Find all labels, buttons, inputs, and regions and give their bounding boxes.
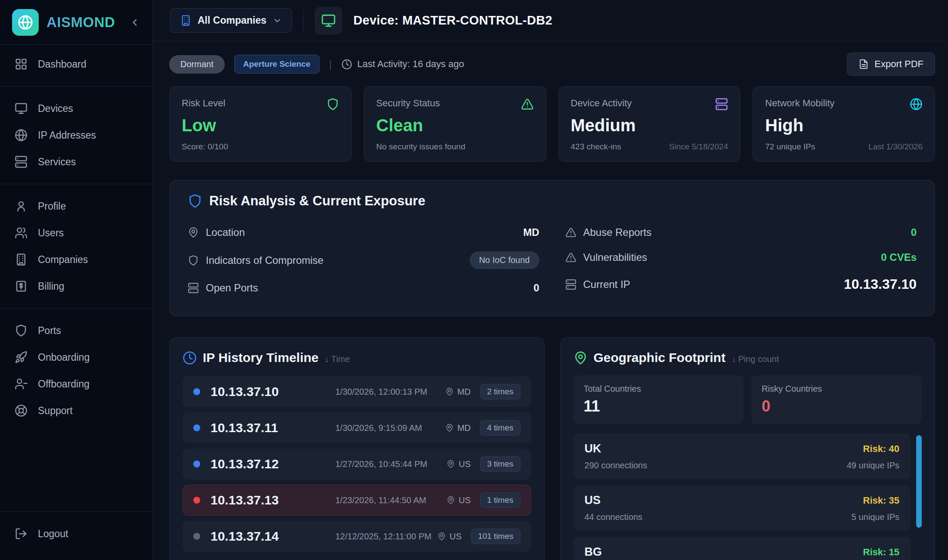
device-header-row: Dormant Aperture Science | Last Activity… — [169, 53, 935, 76]
country-code: US — [585, 494, 601, 507]
sidebar-item-companies[interactable]: Companies — [0, 246, 152, 273]
ip-address: 10.13.37.11 — [211, 421, 335, 435]
sidebar-spacer — [0, 430, 152, 511]
stat-card-device-activity: Device Activity Medium 423 check-ins Sin… — [558, 86, 741, 162]
stat-footer-right: Last 1/30/2026 — [868, 142, 923, 152]
sidebar-item-support[interactable]: Support — [0, 397, 152, 424]
risk-value: 0 — [533, 282, 539, 294]
sidebar-item-label: Profile — [38, 201, 66, 212]
company-selector-value: All Companies — [198, 15, 266, 26]
sort-indicator[interactable]: ↓ Time — [325, 354, 350, 364]
sort-indicator[interactable]: ↓ Ping count — [731, 354, 779, 364]
risk-row-location: Location MD — [188, 220, 539, 245]
last-activity: Last Activity: 16 days ago — [341, 59, 464, 70]
ip-history-row[interactable]: 10.13.37.11 1/30/2026, 9:15:09 AM MD 4 t… — [183, 412, 531, 443]
sidebar-item-users[interactable]: Users — [0, 220, 152, 246]
ip-history-row-highlighted[interactable]: 10.13.37.13 1/23/2026, 11:44:50 AM US 1 … — [183, 485, 531, 516]
page-title: Device: MASTER-CONTROL-DB2 — [353, 13, 552, 28]
sidebar-collapse-button[interactable] — [129, 17, 140, 28]
sidebar-item-label: Services — [38, 156, 76, 168]
sidebar-group-assets: Devices IP Addresses Services — [0, 89, 152, 181]
risk-label: Open Ports — [206, 282, 258, 294]
map-pin-icon — [445, 387, 454, 396]
stat-card-network-mobility: Network Mobility High 72 unique IPs Last… — [753, 86, 935, 162]
country-code: UK — [585, 442, 601, 455]
country-connections: 44 connections — [585, 512, 643, 522]
map-pin-icon — [573, 351, 588, 365]
last-activity-text: Last Activity: 16 days ago — [357, 59, 464, 70]
sidebar-group-account: Profile Users Companies Billing — [0, 187, 152, 306]
receipt-icon — [15, 280, 28, 293]
country-risk: Risk: 35 — [863, 495, 899, 506]
times-badge: 1 times — [480, 492, 520, 508]
logout-button[interactable]: Logout — [0, 520, 152, 547]
current-ip-value: 10.13.37.10 — [844, 276, 917, 292]
export-pdf-button[interactable]: Export PDF — [847, 53, 935, 76]
alert-triangle-icon — [565, 252, 576, 263]
server-icon — [15, 155, 28, 168]
logout-icon — [15, 527, 28, 540]
sidebar-group-tools: Ports Onboarding Offboarding Support — [0, 311, 152, 430]
risk-analysis-right-column: Abuse Reports 0 Vulnerabilities 0 CVEs C… — [565, 220, 917, 300]
geo-stats-row: Total Countries 11 Risky Countries 0 — [573, 375, 922, 424]
total-countries-stat: Total Countries 11 — [573, 375, 744, 424]
server-icon — [715, 98, 728, 111]
country-list: UK Risk: 40 290 connections 49 unique IP… — [573, 433, 922, 560]
ip-location: MD — [457, 423, 471, 433]
ip-history-panel: IP History Timeline ↓ Time 10.13.37.10 1… — [169, 337, 545, 560]
ip-history-row[interactable]: 10.13.37.12 1/27/2026, 10:45:44 PM US 3 … — [183, 449, 531, 480]
company-badge[interactable]: Aperture Science — [234, 55, 319, 74]
country-connections: 290 connections — [585, 461, 647, 470]
risk-label: Abuse Reports — [583, 226, 652, 238]
sidebar-item-onboarding[interactable]: Onboarding — [0, 344, 152, 371]
divider — [303, 10, 304, 31]
sidebar-item-ports[interactable]: Ports — [0, 317, 152, 344]
country-row[interactable]: US Risk: 35 44 connections 5 unique IPs — [573, 485, 911, 531]
status-dot — [193, 424, 200, 431]
company-selector[interactable]: All Companies — [170, 8, 292, 33]
ip-address: 10.13.37.13 — [211, 493, 335, 507]
clock-icon — [183, 351, 197, 365]
risk-label: Vulnerabilities — [583, 251, 647, 263]
sidebar-item-billing[interactable]: Billing — [0, 273, 152, 300]
sidebar-item-dashboard[interactable]: Dashboard — [0, 51, 152, 77]
scrollbar-thumb[interactable] — [916, 435, 922, 528]
ip-history-row[interactable]: 10.13.37.10 1/30/2026, 12:00:13 PM MD 2 … — [183, 376, 531, 407]
ip-history-row[interactable]: 10.13.37.14 12/12/2025, 12:11:00 PM US 1… — [183, 521, 531, 552]
map-pin-icon — [437, 532, 446, 541]
map-pin-icon — [446, 496, 455, 504]
country-row[interactable]: UK Risk: 40 290 connections 49 unique IP… — [573, 433, 911, 479]
stat-value: Medium — [571, 116, 728, 135]
risk-label: Location — [206, 226, 245, 238]
sidebar-item-profile[interactable]: Profile — [0, 193, 152, 220]
country-unique-ips: 49 unique IPs — [847, 461, 899, 470]
shield-icon — [188, 255, 199, 266]
sidebar-item-devices[interactable]: Devices — [0, 95, 152, 122]
sidebar-item-ip-addresses[interactable]: IP Addresses — [0, 122, 152, 149]
app-name: AISMOND — [46, 14, 121, 31]
sidebar-item-services[interactable]: Services — [0, 149, 152, 175]
times-badge: 3 times — [480, 456, 520, 472]
times-badge: 101 times — [471, 529, 520, 544]
risk-analysis-left-column: Location MD Indicators of Compromise No … — [188, 220, 539, 300]
country-row[interactable]: BG Risk: 15 34 connections 3 unique IPs — [573, 537, 911, 560]
rocket-icon — [15, 351, 28, 364]
ip-timestamp: 1/30/2026, 12:00:13 PM — [335, 387, 445, 397]
ip-address: 10.13.37.14 — [211, 529, 335, 544]
sidebar-item-label: Onboarding — [38, 352, 90, 363]
chevron-down-icon — [273, 16, 282, 25]
stat-footer-left: No security issues found — [376, 142, 465, 152]
stat-card-security-status: Security Status Clean No security issues… — [364, 86, 546, 162]
ip-location: US — [449, 532, 462, 541]
sidebar-item-label: Offboarding — [38, 378, 90, 390]
sidebar-item-label: Companies — [38, 254, 88, 266]
sidebar-item-label: Users — [38, 227, 64, 239]
risk-value: MD — [523, 226, 539, 238]
sidebar-item-offboarding[interactable]: Offboarding — [0, 371, 152, 397]
map-pin-icon — [188, 227, 199, 238]
user-minus-icon — [15, 377, 28, 390]
stat-footer-left: 423 check-ins — [571, 142, 621, 152]
ip-address: 10.13.37.10 — [211, 384, 335, 399]
sidebar-item-label: IP Addresses — [38, 130, 96, 141]
status-dot — [193, 461, 200, 467]
